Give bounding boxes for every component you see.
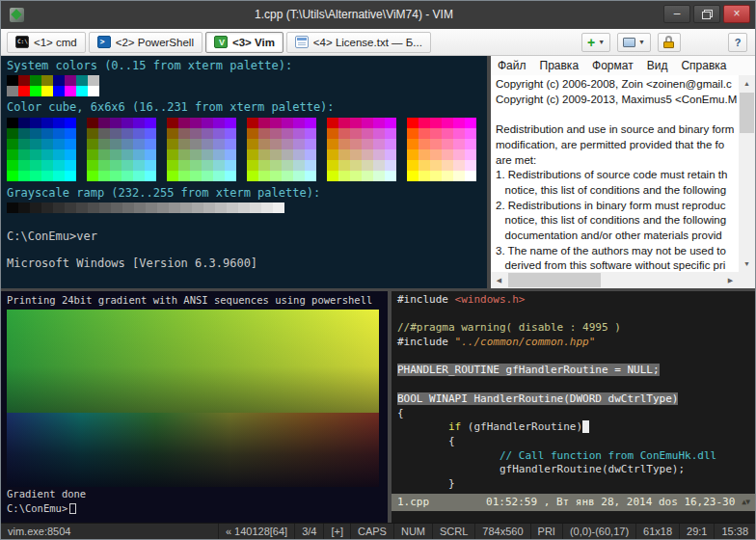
cube-swatch [258, 149, 270, 160]
cube-swatch [98, 118, 110, 128]
cube-swatch [122, 128, 133, 139]
cube-swatch [258, 128, 270, 139]
statusbar-segment: 756x540 [474, 524, 529, 539]
menu-item[interactable]: Формат [585, 56, 640, 75]
cube-swatch [305, 128, 316, 139]
tab-notepad[interactable]: <4> License.txt — Б... [286, 32, 431, 53]
cube-swatch [442, 118, 453, 128]
menu-item[interactable]: Правка [533, 56, 586, 75]
cube-swatch [225, 160, 236, 171]
color-swatch [76, 75, 88, 86]
cube-swatch [453, 160, 465, 171]
ps-prompt: C:\ConEmu> [7, 501, 382, 516]
minimize-button[interactable]: – [663, 5, 690, 23]
menu-item[interactable]: Вид [640, 56, 675, 75]
cube-swatch [407, 149, 418, 160]
cube-swatch [258, 139, 270, 149]
cube-swatch [53, 160, 65, 171]
cube-swatch [373, 139, 385, 149]
cube-swatch [202, 118, 213, 128]
cube-swatch [190, 128, 202, 139]
cube-swatch [190, 149, 202, 160]
scroll-right-icon[interactable]: ▶ [722, 272, 739, 288]
code-line: #include "../common/common.hpp" [397, 336, 749, 350]
cube-swatch [418, 128, 430, 139]
cube-swatch [282, 139, 293, 149]
cube-swatch [7, 160, 18, 171]
vertical-scrollbar[interactable]: ▲ ▼ [739, 75, 755, 272]
cube-swatch [407, 128, 418, 139]
cube-swatch [362, 118, 373, 128]
color-swatch [53, 86, 65, 96]
cube-swatch [385, 139, 396, 149]
console-list-button[interactable]: ▼ [617, 33, 651, 52]
color-cube-panel [87, 118, 156, 181]
cube-swatch [87, 128, 98, 139]
cube-swatch [110, 171, 122, 181]
cube-swatch [362, 139, 373, 149]
cmd-icon [15, 36, 29, 48]
notepad-pane[interactable]: ФайлПравкаФорматВидСправка Copyright (c)… [491, 56, 755, 288]
gradient-header: Printing 24bit gradient with ANSI sequen… [7, 293, 382, 308]
menu-item[interactable]: Справка [674, 56, 733, 75]
prompt-ver: C:\ConEmu>ver [7, 230, 481, 244]
scroll-down-icon[interactable]: ▼ [739, 256, 755, 272]
vim-icon [214, 36, 228, 48]
tab-powershell[interactable]: <2> PowerShell [89, 32, 202, 53]
gray-swatch [192, 202, 203, 213]
cube-swatch [430, 139, 442, 149]
cube-swatch [293, 160, 305, 171]
cube-swatch [178, 160, 190, 171]
text-line: Redistribution and use in source and bin… [496, 122, 734, 138]
scroll-left-icon[interactable]: ◀ [491, 272, 507, 288]
cube-swatch [213, 149, 225, 160]
cmd-pane[interactable]: System colors (0..15 from xterm palette)… [1, 56, 487, 288]
cube-swatch [87, 118, 98, 128]
titlebar[interactable]: 1.cpp (T:\Utils\Alternative\ViM74) - VIM… [1, 1, 755, 29]
cube-swatch [293, 139, 305, 149]
cube-swatch [362, 128, 373, 139]
vim-pane[interactable]: #include <windows.h> //#pragma warning( … [392, 291, 755, 523]
cube-swatch [213, 171, 225, 181]
gray-swatch [180, 202, 192, 213]
new-console-button[interactable]: + ▼ [581, 33, 610, 52]
gray-swatch [238, 202, 250, 213]
lock-button[interactable] [658, 33, 681, 52]
gradient-done: Gradient done [7, 487, 382, 501]
cube-swatch [305, 149, 316, 160]
cube-swatch [465, 128, 476, 139]
tab-label: <1> cmd [34, 37, 77, 48]
statusbar-segment: 3/4 [294, 524, 323, 539]
cube-swatch [190, 139, 202, 149]
cube-swatch [442, 160, 453, 171]
gray-swatch [41, 202, 53, 213]
gray-swatch [134, 202, 146, 213]
powershell-pane[interactable]: Printing 24bit gradient with ANSI sequen… [1, 291, 388, 523]
scroll-up-icon[interactable]: ▲ [739, 75, 755, 92]
horizontal-scrollbar[interactable]: ◀ ▶ [491, 272, 739, 288]
restore-button[interactable] [693, 5, 720, 23]
system-colors-label: System colors (0..15 from xterm palette)… [7, 59, 481, 73]
gray-swatch [157, 202, 169, 213]
tab-toolbar: + ▼ ▼ ? [581, 33, 755, 52]
help-button[interactable]: ? [728, 33, 747, 52]
tab-cmd[interactable]: <1> cmd [7, 32, 86, 53]
menu-item[interactable]: Файл [491, 56, 533, 75]
cube-swatch [122, 171, 133, 181]
cube-swatch [87, 171, 98, 181]
cube-swatch [338, 128, 350, 139]
text-line [496, 107, 734, 122]
cube-swatch [418, 118, 430, 128]
active-process: vim.exe:8504 [1, 524, 77, 539]
notepad-text[interactable]: Copyright (c) 2006-2008, Zoin <zoinen@gm… [491, 75, 739, 272]
cube-swatch [373, 171, 385, 181]
cube-swatch [7, 171, 18, 181]
cube-swatch [18, 128, 30, 139]
tab-vim[interactable]: <3> Vim [205, 32, 284, 53]
code-line: PHANDLER_ROUTINE gfHandlerRoutine = NULL… [397, 364, 749, 378]
color-cube-panel [247, 118, 316, 181]
close-button[interactable]: × [723, 5, 750, 23]
gray-swatch [261, 202, 273, 213]
vertical-scroll-thumb[interactable] [740, 93, 754, 133]
horizontal-scroll-thumb[interactable] [508, 273, 601, 287]
